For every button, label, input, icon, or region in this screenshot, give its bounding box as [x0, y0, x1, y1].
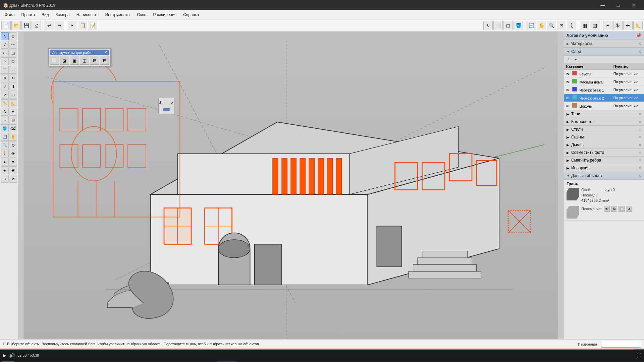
tb-copy[interactable]: 📋 — [78, 21, 87, 30]
menu-file[interactable]: Файл — [1, 11, 18, 18]
menu-view[interactable]: Вид — [38, 11, 52, 18]
layer-row[interactable]: 👁 Чертеж этаж 2 По умолчанию — [564, 94, 644, 102]
layer-remove-btn[interactable]: − — [573, 56, 579, 62]
tb-axes[interactable]: ✛ — [623, 21, 633, 30]
scenes-close[interactable]: ✕ — [639, 135, 641, 139]
tb-guides[interactable]: 📐 — [633, 21, 643, 30]
materials-header[interactable]: ▶ Материалы ✕ — [564, 40, 644, 48]
tb-save[interactable]: 💾 — [21, 21, 31, 30]
layer-row[interactable]: 👁 Цоколь По умолчанию — [564, 102, 644, 110]
tool-walk[interactable]: 🚶 — [1, 149, 9, 158]
menu-window[interactable]: Окно — [133, 11, 150, 18]
tb-group[interactable]: ◻ — [503, 21, 513, 30]
ftb-2[interactable]: ◪ — [60, 56, 69, 65]
tb-print[interactable]: 🖨 — [32, 21, 41, 30]
tool-lookaround[interactable]: 👁 — [9, 149, 17, 158]
tb-select[interactable]: ↖ — [483, 21, 493, 30]
layer-add-btn[interactable]: + — [565, 56, 571, 62]
tool-eraser[interactable]: ⌫ — [9, 124, 17, 132]
tool-scale[interactable]: ⤢ — [1, 82, 9, 90]
components-section[interactable]: ▶ Компоненты ✕ — [564, 118, 644, 126]
tb-walk[interactable]: 🚶 — [567, 21, 576, 30]
tool-move[interactable]: ✥ — [1, 74, 9, 82]
layer-color-swatch[interactable] — [572, 79, 577, 83]
tool-3dtext[interactable]: Ā — [9, 108, 17, 116]
tool-zoom2[interactable]: 🔍 — [1, 141, 9, 149]
matchphoto-close[interactable]: ✕ — [639, 151, 641, 155]
tool-select[interactable]: ↖ — [1, 32, 9, 40]
styles-close[interactable]: ✕ — [639, 128, 641, 131]
close-button[interactable]: ✕ — [626, 0, 641, 10]
tool-pushpull[interactable]: ⬆ — [9, 82, 17, 90]
tool-freehand[interactable]: 〰 — [9, 41, 17, 49]
menu-help[interactable]: Справка — [180, 11, 202, 18]
tool-orbit[interactable]: 🔄 — [1, 133, 9, 141]
tool-sandbox2[interactable]: ▼ — [9, 158, 17, 166]
tool-dim[interactable]: ↔ — [1, 116, 9, 124]
layer-color-swatch[interactable] — [572, 103, 577, 108]
fullscreen-button[interactable]: ⛶ — [637, 353, 641, 358]
tool-arc[interactable]: ⌒ — [1, 66, 9, 74]
layer-row[interactable]: 👁 Чертеж этаж 1 По умолчанию — [564, 86, 644, 94]
tool-section[interactable]: ⊞ — [9, 116, 17, 124]
tool-poly[interactable]: ⬡ — [9, 57, 17, 65]
tb-zoomext[interactable]: ⊡ — [557, 21, 566, 30]
tool-component[interactable]: ⬡ — [9, 32, 17, 40]
tool-line[interactable]: ╱ — [1, 41, 9, 49]
hierarchy-section[interactable]: ▶ Иерархия ✕ — [564, 164, 644, 172]
tool-rect[interactable]: ▭ — [1, 49, 9, 57]
ftb-6[interactable]: ⊟ — [100, 56, 109, 65]
menu-camera[interactable]: Камера — [52, 11, 73, 18]
layer-color-swatch[interactable] — [572, 87, 577, 92]
tool-rect2[interactable]: ◫ — [9, 49, 17, 57]
tool-text[interactable]: A — [1, 108, 9, 116]
tool-rotate[interactable]: ↻ — [9, 74, 17, 82]
pos-paste-icon[interactable]: 📋 — [619, 206, 625, 212]
soften-close[interactable]: ✕ — [639, 159, 641, 162]
ftb-1[interactable]: ⬜ — [50, 56, 59, 65]
shadows-section[interactable]: ▶ Тени ✕ — [564, 110, 644, 118]
layer-visibility-icon[interactable]: 👁 — [566, 88, 570, 93]
layers-header[interactable]: ▼ Слои ✕ — [564, 48, 644, 56]
tb-zoom[interactable]: 🔍 — [547, 21, 556, 30]
tb-open[interactable]: 📂 — [11, 21, 21, 30]
float-toolbar-close[interactable]: ✕ — [104, 50, 107, 55]
tb-section[interactable]: ▦ — [580, 21, 589, 30]
ftb-3[interactable]: ▣ — [70, 56, 79, 65]
tool-extra4[interactable]: ⊗ — [9, 175, 17, 183]
tb-orbit[interactable]: 🔄 — [527, 21, 536, 30]
layer-visibility-icon[interactable]: 👁 — [566, 80, 570, 84]
tb-paste[interactable]: 📝 — [88, 21, 97, 30]
styles-section[interactable]: ▶ Стили ✕ — [564, 126, 644, 133]
tool-extra3[interactable]: ⊕ — [1, 175, 9, 183]
tool-measure[interactable]: 📏 — [1, 99, 9, 107]
tb-component[interactable]: ⬜ — [493, 21, 503, 30]
pos-reset-icon[interactable]: ↺ — [626, 206, 632, 212]
layer-visibility-icon[interactable]: 👁 — [566, 104, 570, 109]
tool-arc2[interactable]: ⌓ — [9, 66, 17, 74]
tool-sandbox1[interactable]: ▲ — [1, 158, 9, 166]
pos-eye-icon[interactable]: 👁 — [604, 206, 610, 212]
tb-section2[interactable]: ▧ — [590, 21, 599, 30]
volume-icon[interactable]: 🔊 — [9, 353, 15, 358]
menu-extensions[interactable]: Расширения — [150, 11, 180, 18]
tb-redo[interactable]: ↪ — [55, 21, 64, 30]
objdata-close[interactable]: ✕ — [638, 174, 641, 178]
tb-new[interactable]: 📄 — [1, 21, 11, 30]
tb-shadows[interactable]: ☀ — [603, 21, 612, 30]
tb-paint[interactable]: 🪣 — [514, 21, 523, 30]
materials-close[interactable]: ✕ — [638, 42, 641, 46]
tb-undo[interactable]: ↩ — [45, 21, 54, 30]
tool-pan[interactable]: ✋ — [9, 133, 17, 141]
tb-fog[interactable]: 🌫 — [613, 21, 623, 30]
fog-close[interactable]: ✕ — [639, 143, 641, 147]
menu-draw[interactable]: Нарисовать — [73, 11, 102, 18]
pos-copy-icon[interactable]: ⧉ — [611, 206, 617, 212]
tb-pan[interactable]: ✋ — [537, 21, 546, 30]
tool-circle[interactable]: ○ — [1, 57, 9, 65]
minimize-button[interactable]: — — [595, 0, 610, 10]
tb-cut[interactable]: ✂ — [68, 21, 77, 30]
tool-zoomw[interactable]: ⊙ — [9, 141, 17, 149]
layer-color-swatch[interactable] — [572, 95, 577, 100]
scenes-section[interactable]: ▶ Сцены ✕ — [564, 133, 644, 141]
